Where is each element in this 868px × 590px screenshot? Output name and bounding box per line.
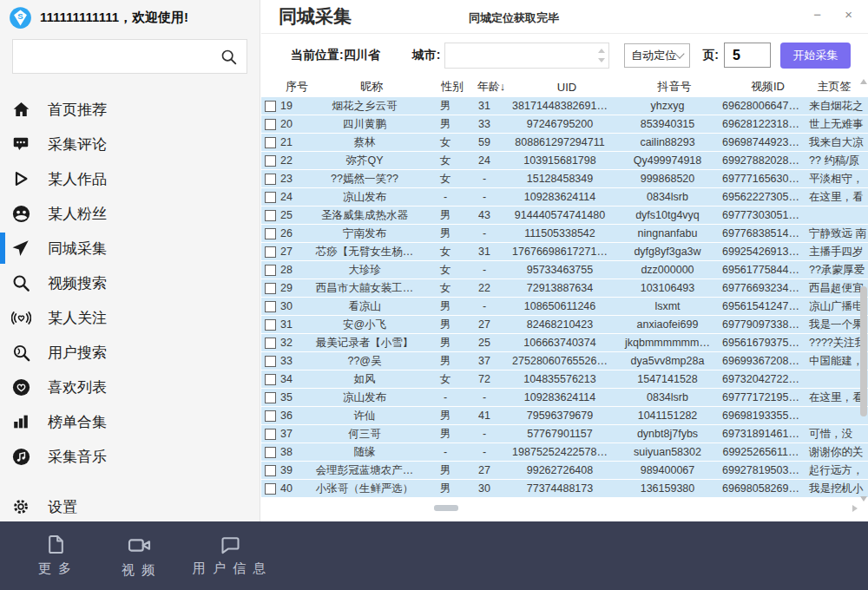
sidebar-item-video-search[interactable]: 视频搜索: [0, 266, 260, 300]
table-row[interactable]: 37何三哥男-57767901157dynbt8j7fybs6973189146…: [261, 425, 868, 442]
spinner-up-icon[interactable]: [598, 49, 605, 53]
minimize-button[interactable]: −: [813, 6, 821, 23]
table-row[interactable]: 26宁南发布男-111505338542ningnanfabu697768385…: [261, 225, 868, 242]
row-checkbox[interactable]: [265, 283, 276, 294]
scroll-up-icon[interactable]: [860, 79, 867, 84]
search-icon[interactable]: [220, 48, 239, 70]
sidebar-item-city-collect[interactable]: 同城采集: [0, 231, 260, 266]
horizontal-scroll-thumb[interactable]: [434, 505, 458, 511]
table-row[interactable]: 27芯痧【无臂女生杨…女3117676698617271…dyfg8yf3ga3…: [261, 243, 868, 260]
sidebar-item-label: 某人粉丝: [48, 204, 107, 224]
sidebar-settings: 设置: [0, 489, 260, 524]
welcome-text: 111111111111，欢迎使用!: [40, 10, 188, 26]
row-checkbox[interactable]: [265, 429, 276, 440]
row-checkbox[interactable]: [265, 356, 276, 367]
row-checkbox-cell: [261, 243, 279, 260]
table-row[interactable]: 35凉山发布--1092836241140834lsrb69777172195……: [261, 389, 868, 406]
bottom-bar-item-more[interactable]: 更 多: [30, 533, 82, 577]
table-row[interactable]: 22弥芥QY女24103915681798Qy49997491869927882…: [261, 152, 868, 169]
row-checkbox[interactable]: [265, 465, 276, 476]
cell-age: 27: [464, 462, 504, 479]
search-input[interactable]: [13, 40, 247, 73]
fans-icon: [10, 203, 31, 224]
sidebar-item-follows[interactable]: 某人关注: [0, 300, 260, 335]
scroll-down-icon[interactable]: [860, 496, 867, 502]
vertical-scroll-thumb[interactable]: [860, 286, 867, 416]
row-checkbox[interactable]: [265, 319, 276, 331]
cell-vid: 69925426913…: [720, 243, 802, 260]
row-checkbox[interactable]: [265, 228, 276, 239]
sidebar-item-works[interactable]: 某人作品: [0, 161, 260, 196]
row-checkbox[interactable]: [265, 192, 276, 203]
vertical-scrollbar[interactable]: [859, 76, 868, 505]
row-checkbox[interactable]: [265, 392, 276, 403]
sidebar-item-comments[interactable]: 采集评论: [0, 127, 260, 161]
row-checkbox[interactable]: [265, 410, 276, 422]
sidebar-item-music[interactable]: 采集音乐: [0, 439, 260, 474]
scroll-right-icon[interactable]: [852, 505, 858, 512]
sidebar-item-likes[interactable]: 喜欢列表: [0, 370, 260, 404]
locate-mode-select[interactable]: 自动定位: [624, 43, 690, 68]
column-header[interactable]: 昵称: [310, 79, 433, 95]
cell-sex: -: [426, 188, 464, 206]
sidebar-item-user-search[interactable]: 用户搜索: [0, 335, 260, 370]
start-collect-button[interactable]: 开始采集: [780, 43, 851, 69]
sidebar-item-home[interactable]: 首页推荐: [0, 92, 260, 127]
cell-age: 24: [464, 152, 504, 169]
cell-age: -: [464, 188, 504, 206]
cell-dy: 0834lsrb: [615, 188, 720, 206]
row-checkbox[interactable]: [265, 246, 276, 258]
table-row[interactable]: 23??嫣然一笑??女-1512845834999986852069777165…: [261, 170, 868, 187]
row-checkbox[interactable]: [265, 301, 276, 312]
cell-sig: 中国能建，: [802, 352, 868, 370]
table-row[interactable]: 40小张哥（生鲜严选）男3077374488173136159380696980…: [261, 480, 868, 497]
row-checkbox[interactable]: [265, 155, 276, 167]
row-checkbox[interactable]: [265, 338, 276, 349]
row-checkbox[interactable]: [265, 447, 276, 458]
row-checkbox[interactable]: [265, 174, 276, 185]
column-header[interactable]: 主页签: [809, 79, 859, 95]
column-header[interactable]: 视频ID: [727, 79, 809, 95]
row-checkbox[interactable]: [265, 137, 276, 148]
sidebar-item-fans[interactable]: 某人粉丝: [0, 196, 260, 231]
table-row[interactable]: 28大珍珍女-95733463755dzz00000069561775844…?…: [261, 261, 868, 279]
sidebar-item-settings[interactable]: 设置: [0, 489, 260, 524]
table-row[interactable]: 21蔡林女59808861297294711cailin882936969874…: [261, 134, 868, 151]
table-row[interactable]: 33??@吴男3727528060765526…dya5vv8mp28a6969…: [261, 352, 868, 370]
row-checkbox[interactable]: [265, 119, 276, 130]
row-checkbox[interactable]: [265, 101, 276, 112]
row-checkbox[interactable]: [265, 374, 276, 385]
table-row[interactable]: 38随缘--19875252422578…suiyuan583026992526…: [261, 443, 868, 461]
sidebar-item-rankings[interactable]: 榜单合集: [0, 404, 260, 439]
table-row[interactable]: 25圣洛威集成热水器男43914440574741480dyfs10tg4vyq…: [261, 206, 868, 224]
table-row[interactable]: 39会理彭冠蓝塘农产…男2799262726408989400067699278…: [261, 462, 868, 479]
horizontal-scrollbar[interactable]: [268, 504, 859, 513]
page-input[interactable]: [724, 43, 771, 68]
row-checkbox-cell: [261, 170, 279, 187]
spinner-down-icon[interactable]: [598, 58, 605, 62]
column-header[interactable]: 性别: [433, 79, 471, 95]
close-button[interactable]: ×: [845, 6, 852, 23]
column-header[interactable]: UID: [511, 81, 622, 94]
column-header[interactable]: 年龄↓: [471, 79, 511, 95]
table-row[interactable]: 32最美记录者【小雪】男25106663740374jkqbmmmmmm…695…: [261, 334, 868, 351]
column-header[interactable]: 抖音号: [622, 79, 727, 95]
city-input[interactable]: [445, 43, 608, 68]
table-row[interactable]: 24凉山发布--1092836241140834lsrb69562227305……: [261, 188, 868, 206]
row-checkbox-cell: [261, 225, 279, 242]
row-checkbox[interactable]: [265, 483, 276, 495]
table-row[interactable]: 30看凉山男-108650611246lsxmt69561541247…凉山广播…: [261, 298, 868, 315]
table-row[interactable]: 31安@小飞男2782468210423anxiaofei69969779097…: [261, 316, 868, 333]
bottom-bar-item-video[interactable]: 视 频: [113, 533, 165, 579]
table-row[interactable]: 19烟花之乡云哥男3138171448382691…yhzxyg69628006…: [261, 97, 868, 115]
row-checkbox[interactable]: [265, 210, 276, 221]
table-row[interactable]: 20四川黄鹏男339724679520085394031569628122318…: [261, 115, 868, 133]
cell-uid: 27528060765526…: [504, 352, 615, 370]
table-row[interactable]: 34如风女72104835576213154714152869732042722…: [261, 370, 868, 388]
column-header[interactable]: 序号: [286, 79, 310, 95]
row-checkbox[interactable]: [265, 265, 276, 276]
table-row[interactable]: 36许仙男4179596379679104115128269698193355…: [261, 407, 868, 424]
bottom-bar-item-user-info[interactable]: 用 户 信 息: [191, 533, 269, 577]
cell-nick: 大珍珍: [303, 261, 426, 279]
table-row[interactable]: 29西昌市大囍女装工…女2272913887634103106493697766…: [261, 279, 868, 297]
